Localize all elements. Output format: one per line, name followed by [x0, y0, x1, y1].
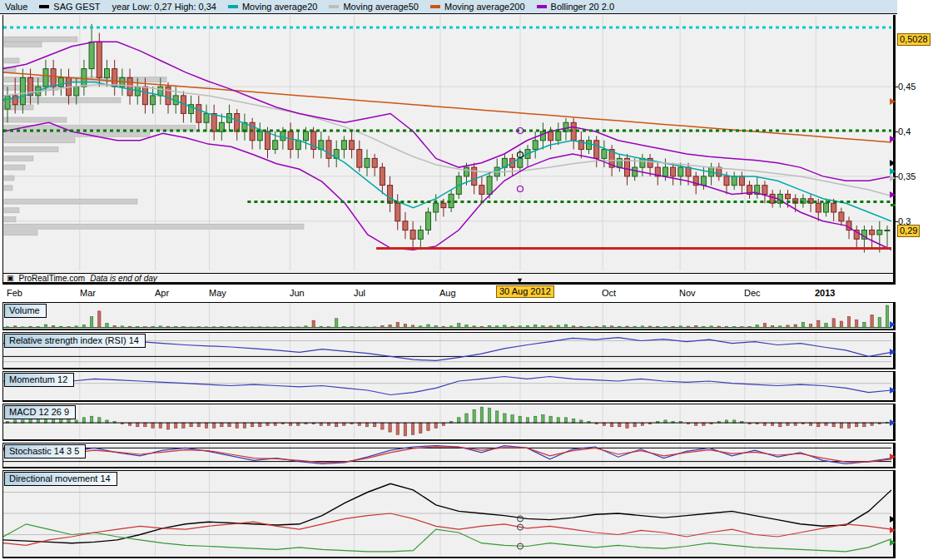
rsi-panel-label[interactable]: Relative strength index (RSI) 14: [4, 334, 146, 348]
stochastic-plot[interactable]: [3, 444, 891, 466]
momentum-edge-arrow-icon: [890, 387, 896, 394]
legend-item-bollinger[interactable]: Bollinger 20 2.0: [537, 2, 614, 12]
price-swatch-icon: [39, 5, 49, 8]
legend-symbol[interactable]: SAG GEST: [39, 2, 100, 12]
prorealtime-chart-window: Value SAG GEST year Low: 0,27 High: 0,34…: [0, 0, 933, 560]
month-label: Jun: [290, 288, 305, 298]
legend-item-ma20[interactable]: Moving average20: [228, 2, 318, 12]
green-level-dash-icon: [891, 204, 896, 206]
price-tick: 0,4: [898, 127, 911, 136]
symbol-name: SAG GEST: [53, 2, 100, 12]
volume-edge-arrow-icon: [890, 321, 896, 328]
month-label: Dec: [744, 288, 761, 298]
date-axis: Feb Mar Apr May Jun Jul Aug Oct Nov Dec …: [0, 285, 897, 301]
ma20-value-arrow-icon: [890, 168, 896, 175]
legend-item-ma200[interactable]: Moving average200: [430, 2, 525, 12]
value-axis-label: Value: [5, 2, 27, 12]
stochastic-edge-arrow-icon: [890, 453, 896, 460]
dm-panel-label[interactable]: Directional movement 14: [4, 472, 117, 486]
year-label: 2013: [815, 288, 835, 298]
cursor-triangle-icon[interactable]: ▼: [516, 276, 524, 285]
month-label: May: [209, 288, 226, 298]
bollinger-lower-arrow-icon: [890, 191, 896, 198]
price-value-arrow-icon: [890, 160, 896, 166]
macd-panel-label[interactable]: MACD 12 26 9: [4, 405, 76, 419]
month-label: Jul: [354, 288, 365, 298]
year-range-label: year Low: 0,27 High: 0,34: [112, 2, 216, 12]
indicator-axes: 60517 60 38,1577 20 -0,03 0,0004 100 35,…: [898, 302, 933, 558]
month-label: Nov: [679, 288, 696, 298]
price-last-box: 0,29: [897, 225, 920, 237]
ma50-swatch-icon: [329, 5, 339, 8]
main-price-chart: ▣ ProRealTime.com Data is end of day: [2, 15, 896, 285]
macd-panel: MACD 12 26 9: [2, 404, 896, 441]
month-label: Aug: [439, 288, 456, 298]
directional-movement-panel: Directional movement 14: [2, 470, 896, 558]
price-plot[interactable]: [3, 15, 891, 270]
ma50-value-arrow-icon: [890, 175, 896, 181]
macd-plot[interactable]: [3, 404, 891, 439]
di-plus-edge-arrow-icon: [890, 539, 896, 546]
watermark-brand: ProRealTime.com: [19, 274, 86, 283]
momentum-panel: Momentum 12: [2, 371, 896, 402]
price-tick: 0,45: [898, 82, 916, 92]
ma200-value-arrow-icon: [890, 98, 896, 105]
stochastic-panel: Stochastic 14 3 5: [2, 443, 896, 468]
ma20-swatch-icon: [228, 5, 238, 8]
legend-item-ma50[interactable]: Moving average50: [329, 2, 419, 12]
prorealtime-logo-icon: ▣: [7, 275, 14, 282]
rsi-panel: Relative strength index (RSI) 14: [2, 332, 896, 369]
month-label: Mar: [80, 288, 96, 298]
macd-edge-arrow-icon: [890, 419, 896, 426]
bollinger-upper-arrow-icon: [890, 136, 896, 142]
adx-edge-arrow-icon: [890, 516, 896, 523]
month-label: Apr: [155, 288, 169, 298]
date-cursor-box[interactable]: 30 Aug 2012: [496, 285, 554, 298]
legend-bar: Value SAG GEST year Low: 0,27 High: 0,34…: [0, 0, 897, 14]
dm-plot[interactable]: [3, 471, 891, 556]
stochastic-panel-label[interactable]: Stochastic 14 3 5: [4, 444, 86, 458]
price-tick: 0,35: [898, 172, 916, 181]
volume-panel-label[interactable]: Volume: [4, 304, 47, 318]
month-label: Feb: [7, 288, 22, 298]
volume-panel: Volume: [2, 302, 896, 330]
volume-plot[interactable]: [3, 303, 891, 328]
price-axis: 0,5028 0,45 0,4 0,35 0,3 0,29: [898, 0, 933, 285]
di-minus-edge-arrow-icon: [890, 527, 896, 533]
momentum-plot[interactable]: [3, 372, 891, 399]
bollinger-swatch-icon: [537, 5, 547, 8]
ma200-swatch-icon: [430, 5, 440, 8]
momentum-panel-label[interactable]: Momentum 12: [4, 373, 74, 387]
watermark-note: Data is end of day: [90, 274, 157, 283]
rsi-edge-arrow-icon: [890, 349, 896, 355]
watermark: ▣ ProRealTime.com Data is end of day: [3, 273, 893, 285]
month-label: Oct: [602, 288, 616, 298]
price-high-box: 0,5028: [897, 33, 931, 46]
